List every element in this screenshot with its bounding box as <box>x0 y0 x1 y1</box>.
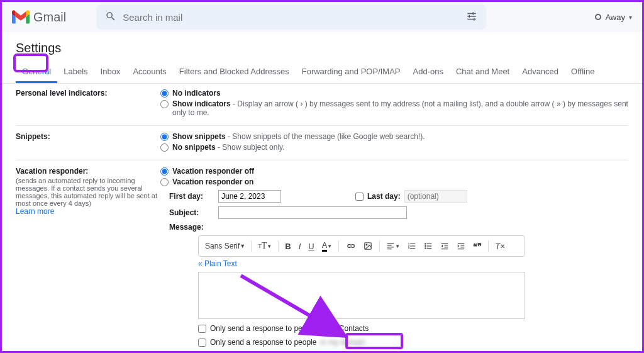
learn-more-link[interactable]: Learn more <box>16 207 54 216</box>
opt-vacation-off[interactable]: Vacation responder off <box>160 167 628 176</box>
bold-icon[interactable]: B <box>282 240 294 253</box>
radio-show-indicators[interactable] <box>160 100 169 108</box>
subject-label: Subject: <box>169 208 213 217</box>
svg-rect-21 <box>441 249 448 249</box>
last-day-checkbox[interactable] <box>355 193 364 201</box>
svg-rect-0 <box>467 13 476 14</box>
opt-no-indicators[interactable]: No indicators <box>160 89 628 98</box>
indent-less-icon[interactable] <box>437 240 452 252</box>
ordered-list-icon[interactable] <box>404 240 419 252</box>
svg-rect-1 <box>467 16 476 17</box>
chevron-down-icon: ▾ <box>629 14 632 21</box>
status-label: Away <box>605 13 625 22</box>
tune-icon[interactable] <box>466 11 477 24</box>
radio-no-indicators[interactable] <box>160 89 169 98</box>
row-personal-level-indicators: Personal level indicators: No indicators… <box>16 84 628 125</box>
page-title: Settings <box>2 32 642 62</box>
search-input[interactable] <box>123 12 466 23</box>
svg-rect-8 <box>387 243 394 244</box>
subject-input[interactable] <box>218 206 407 219</box>
tab-advanced[interactable]: Advanced <box>516 62 565 83</box>
radio-vacation-off[interactable] <box>160 167 169 176</box>
gmail-logo-icon <box>12 10 30 24</box>
quote-icon[interactable]: ❝❞ <box>470 240 485 253</box>
opt-no-snippets[interactable]: No snippets - Show subject only. <box>160 143 628 152</box>
text-color-icon[interactable]: A ▼ <box>319 238 336 254</box>
svg-point-7 <box>366 244 367 245</box>
tab-filters[interactable]: Filters and Blocked Addresses <box>173 62 296 83</box>
row-vacation-responder: Vacation responder: (sends an automated … <box>16 160 628 348</box>
svg-rect-25 <box>458 249 465 249</box>
row-label: Personal level indicators: <box>16 89 160 119</box>
brand-text: Gmail <box>33 10 66 25</box>
tab-labels[interactable]: Labels <box>57 62 94 83</box>
svg-rect-22 <box>458 243 465 244</box>
align-icon[interactable]: ▼ <box>383 240 403 252</box>
font-select[interactable]: Sans Serif ▼ <box>203 242 248 250</box>
row-label: Vacation responder: (sends an automated … <box>16 167 160 347</box>
only-contacts-line[interactable]: Only send a response to people in my Con… <box>198 324 628 333</box>
svg-rect-20 <box>445 247 448 247</box>
svg-point-14 <box>425 247 426 249</box>
svg-point-12 <box>425 243 426 244</box>
tab-offline[interactable]: Offline <box>565 62 601 83</box>
opt-vacation-on[interactable]: Vacation responder on <box>160 177 628 186</box>
first-day-line: First day: Last day: <box>169 190 628 203</box>
svg-rect-11 <box>387 249 392 249</box>
subject-line: Subject: <box>169 206 628 219</box>
image-icon[interactable] <box>360 240 376 252</box>
opt-show-indicators[interactable]: Show indicators - Display an arrow ( › )… <box>160 99 628 117</box>
svg-rect-4 <box>469 14 470 18</box>
italic-icon[interactable]: I <box>296 240 304 253</box>
tab-general[interactable]: General <box>16 62 57 83</box>
svg-rect-19 <box>445 245 448 245</box>
search-bar[interactable] <box>96 4 486 30</box>
message-label: Message: <box>169 223 628 232</box>
logo[interactable]: Gmail <box>12 10 66 25</box>
status-dropdown[interactable]: Away ▾ <box>595 13 632 22</box>
indent-more-icon[interactable] <box>453 240 469 252</box>
last-day-input[interactable] <box>404 190 467 203</box>
only-contacts-checkbox[interactable] <box>198 325 206 333</box>
editor-toolbar: Sans Serif ▼ TT ▼ B I U A ▼ ▼ ❝❞ T✕ <box>198 235 525 257</box>
app-header: Gmail Away ▾ <box>2 2 642 32</box>
radio-no-snippets[interactable] <box>160 143 169 152</box>
only-domain-checkbox[interactable] <box>198 339 206 347</box>
tab-addons[interactable]: Add-ons <box>407 62 450 83</box>
remove-format-icon[interactable]: T✕ <box>492 240 508 253</box>
svg-rect-16 <box>427 245 432 246</box>
row-label: Snippets: <box>16 132 160 154</box>
radio-show-snippets[interactable] <box>160 133 169 141</box>
bullet-list-icon[interactable] <box>421 240 436 252</box>
svg-rect-24 <box>461 247 465 247</box>
first-day-label: First day: <box>169 192 213 201</box>
svg-rect-18 <box>441 243 448 244</box>
radio-vacation-on[interactable] <box>160 178 169 186</box>
link-icon[interactable] <box>342 240 358 252</box>
svg-rect-10 <box>387 247 394 247</box>
tab-accounts[interactable]: Accounts <box>126 62 172 83</box>
tab-inbox[interactable]: Inbox <box>94 62 127 83</box>
message-editor[interactable] <box>198 272 525 319</box>
settings-content: Personal level indicators: No indicators… <box>2 84 642 348</box>
svg-rect-9 <box>387 245 392 245</box>
svg-rect-5 <box>474 18 475 21</box>
tab-forwarding[interactable]: Forwarding and POP/IMAP <box>296 62 407 83</box>
status-away-icon <box>595 14 601 20</box>
tab-chat[interactable]: Chat and Meet <box>450 62 516 83</box>
opt-show-snippets[interactable]: Show snippets - Show snippets of the mes… <box>160 132 628 141</box>
last-day-label: Last day: <box>367 192 401 201</box>
search-icon <box>105 11 116 24</box>
svg-rect-2 <box>467 18 476 20</box>
svg-rect-3 <box>473 12 474 15</box>
svg-point-13 <box>425 245 426 247</box>
only-domain-line[interactable]: Only send a response to people in my dom… <box>198 338 628 347</box>
font-size-icon[interactable]: TT ▼ <box>255 239 275 253</box>
svg-rect-17 <box>427 248 432 249</box>
tabs-bar: General Labels Inbox Accounts Filters an… <box>2 62 642 84</box>
plain-text-link[interactable]: « Plain Text <box>198 259 628 268</box>
svg-rect-23 <box>461 245 465 245</box>
underline-icon[interactable]: U <box>305 240 317 253</box>
svg-rect-15 <box>427 244 432 244</box>
first-day-input[interactable] <box>218 190 281 203</box>
